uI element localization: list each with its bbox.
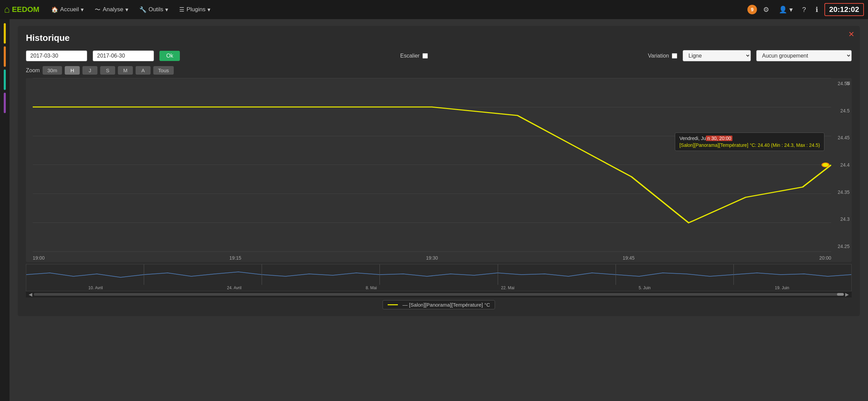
- date-from-input[interactable]: [26, 50, 87, 61]
- zoom-m[interactable]: M: [118, 66, 133, 75]
- scroll-left-arrow[interactable]: ◀: [29, 292, 32, 297]
- brand: ⌂ EEDOM: [4, 4, 40, 15]
- controls-row: Ok Escalier Variation Ligne Aucun groupe…: [26, 50, 852, 61]
- legend-text: — [Salon][Panorama][Température] °C: [403, 302, 490, 308]
- mini-label-1: 24. Avril: [227, 286, 241, 290]
- brand-name: EEDOM: [12, 5, 40, 14]
- escalier-checkbox[interactable]: [422, 53, 428, 59]
- home-icon: 🏠: [51, 6, 58, 13]
- chart-tooltip-dot: [822, 163, 829, 167]
- nav-outils[interactable]: 🔧 Outils ▾: [135, 3, 173, 16]
- info-icon[interactable]: ℹ: [812, 3, 822, 16]
- sep-4: [498, 264, 498, 285]
- zoom-j[interactable]: J: [82, 66, 97, 75]
- main-content: Historique ✕ Ok Escalier Variation Ligne…: [10, 19, 868, 401]
- sep-1: [144, 264, 144, 285]
- notification-badge[interactable]: 9: [747, 5, 757, 14]
- zoom-a[interactable]: A: [136, 66, 151, 75]
- sidebar-accent-purple: [4, 93, 6, 113]
- x-label-2: 19:30: [426, 255, 438, 261]
- y-label-2: 24.45: [833, 135, 850, 140]
- navbar-right: 9 ⚙ 👤 ▾ ? ℹ 20:12:02: [747, 3, 864, 16]
- zoom-30m[interactable]: 30m: [43, 66, 62, 75]
- chart-legend: — [Salon][Panorama][Température] °C: [26, 300, 852, 309]
- historique-panel: Historique ✕ Ok Escalier Variation Ligne…: [18, 26, 860, 316]
- help-icon[interactable]: ?: [799, 4, 809, 16]
- x-label-1: 19:15: [229, 255, 241, 261]
- escalier-group: Escalier: [400, 53, 428, 59]
- legend-line-icon: [388, 304, 398, 305]
- y-label-5: 24.3: [833, 216, 850, 222]
- outils-chevron: ▾: [165, 6, 168, 13]
- zoom-h[interactable]: H: [65, 66, 80, 75]
- y-axis: 24.55 24.5 24.45 24.4 24.35 24.3 24.25: [833, 78, 852, 252]
- plugin-icon: ☰: [179, 6, 184, 13]
- sep-6: [733, 264, 734, 285]
- mini-label-5: 19. Juin: [775, 286, 789, 290]
- y-label-1: 24.5: [833, 108, 850, 113]
- wrench-icon: 🔧: [139, 6, 146, 13]
- mini-label-0: 10. Avril: [88, 286, 103, 290]
- chart-type-select[interactable]: Ligne: [683, 50, 751, 61]
- scrollbar[interactable]: ◀ ▶: [26, 291, 852, 297]
- panel-close-button[interactable]: ✕: [848, 30, 854, 39]
- sidebar: [0, 19, 10, 401]
- nav-accueil[interactable]: 🏠 Accueil ▾: [46, 3, 89, 16]
- x-label-3: 19:45: [623, 255, 635, 261]
- groupement-select[interactable]: Aucun groupement: [756, 50, 852, 61]
- legend-item: — [Salon][Panorama][Température] °C: [383, 300, 495, 309]
- plugins-chevron: ▾: [207, 6, 211, 13]
- scroll-right-arrow[interactable]: ▶: [845, 292, 849, 297]
- panel-title: Historique: [26, 33, 852, 43]
- variation-group: Variation: [648, 53, 677, 59]
- date-to-input[interactable]: [93, 50, 154, 61]
- mini-chart: 10. Avril 24. Avril 8. Mai 22. Mai 5. Ju…: [26, 264, 852, 291]
- variation-checkbox[interactable]: [672, 53, 677, 59]
- x-label-4: 20:00: [819, 255, 831, 261]
- zoom-s[interactable]: S: [100, 66, 115, 75]
- sep-3: [379, 264, 380, 285]
- zoom-row: Zoom 30m H J S M A Tous: [26, 66, 852, 75]
- mini-label-4: 5. Juin: [639, 286, 651, 290]
- navbar: ⌂ EEDOM 🏠 Accueil ▾ 〜 Analyse ▾ 🔧 Outils…: [0, 0, 868, 19]
- analyse-chevron: ▾: [125, 6, 128, 13]
- chart-line: [33, 107, 831, 223]
- logo-icon: ⌂: [4, 4, 10, 15]
- user-icon[interactable]: 👤 ▾: [775, 3, 796, 16]
- chart-container: ≡: [26, 78, 852, 262]
- accueil-chevron: ▾: [81, 6, 84, 13]
- settings-icon[interactable]: ⚙: [760, 3, 773, 16]
- scrollbar-track[interactable]: [34, 293, 844, 296]
- sidebar-accent-yellow: [4, 23, 6, 44]
- chart-svg: [33, 78, 831, 252]
- mini-chart-labels: 10. Avril 24. Avril 8. Mai 22. Mai 5. Ju…: [26, 286, 851, 290]
- variation-label: Variation: [648, 53, 669, 59]
- escalier-label: Escalier: [400, 53, 420, 59]
- mini-label-3: 22. Mai: [501, 286, 514, 290]
- y-label-4: 24.35: [833, 189, 850, 195]
- sep-5: [616, 264, 616, 285]
- chart-icon: 〜: [95, 6, 100, 14]
- scrollbar-handle[interactable]: [837, 293, 844, 296]
- nav-analyse[interactable]: 〜 Analyse ▾: [90, 3, 133, 16]
- mini-chart-container: 10. Avril 24. Avril 8. Mai 22. Mai 5. Ju…: [26, 264, 852, 297]
- x-label-0: 19:00: [33, 255, 45, 261]
- ok-button[interactable]: Ok: [159, 51, 180, 61]
- sidebar-accent-orange: [4, 46, 6, 67]
- mini-chart-separators: [26, 264, 851, 285]
- zoom-label: Zoom: [26, 67, 40, 74]
- sep-2: [262, 264, 262, 285]
- mini-label-2: 8. Mai: [366, 286, 377, 290]
- zoom-tous[interactable]: Tous: [153, 66, 174, 75]
- nav-plugins[interactable]: ☰ Plugins ▾: [174, 3, 215, 16]
- x-axis: 19:00 19:15 19:30 19:45 20:00: [33, 255, 831, 261]
- chart-menu-button[interactable]: ≡: [846, 79, 850, 87]
- clock-display: 20:12:02: [824, 3, 864, 16]
- y-label-6: 24.25: [833, 244, 850, 249]
- sidebar-accent-teal: [4, 70, 6, 90]
- y-label-3: 24.4: [833, 162, 850, 168]
